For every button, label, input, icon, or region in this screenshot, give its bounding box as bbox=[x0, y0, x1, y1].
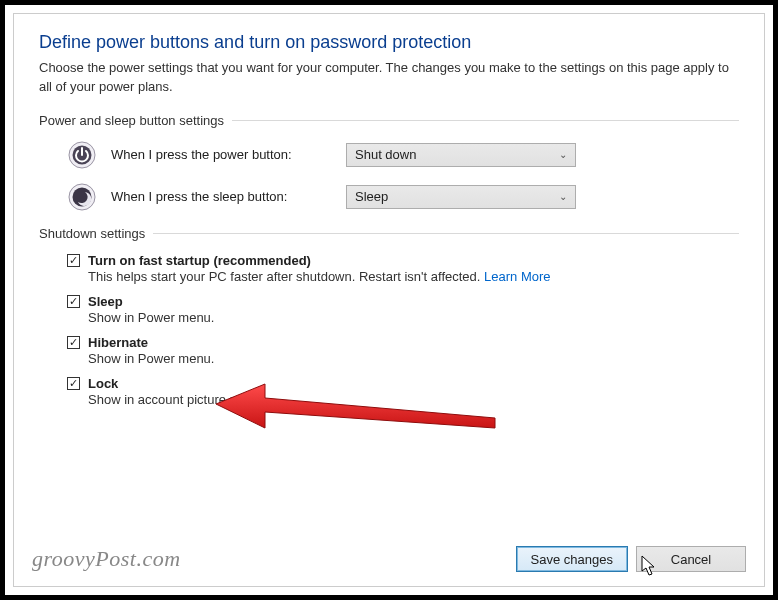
sleep-item: ✓ Sleep Show in Power menu. bbox=[67, 294, 739, 325]
power-button-row: When I press the power button: Shut down… bbox=[67, 140, 739, 170]
section-divider bbox=[232, 120, 739, 121]
page-intro: Choose the power settings that you want … bbox=[39, 59, 739, 97]
fast-startup-checkbox[interactable]: ✓ bbox=[67, 254, 80, 267]
hibernate-checkbox[interactable]: ✓ bbox=[67, 336, 80, 349]
fast-startup-title: Turn on fast startup (recommended) bbox=[88, 253, 311, 268]
sleep-icon bbox=[67, 182, 97, 212]
lock-desc: Show in account picture menu. bbox=[88, 392, 739, 407]
section-shutdown-label: Shutdown settings bbox=[39, 226, 145, 241]
fast-startup-desc: This helps start your PC faster after sh… bbox=[88, 269, 739, 284]
hibernate-item: ✓ Hibernate Show in Power menu. bbox=[67, 335, 739, 366]
lock-item: ✓ Lock Show in account picture menu. bbox=[67, 376, 739, 407]
sleep-button-dropdown[interactable]: Sleep ⌄ bbox=[346, 185, 576, 209]
sleep-title: Sleep bbox=[88, 294, 123, 309]
chevron-down-icon: ⌄ bbox=[559, 191, 567, 202]
lock-title: Lock bbox=[88, 376, 118, 391]
learn-more-link[interactable]: Learn More bbox=[484, 269, 550, 284]
section-power-sleep: Power and sleep button settings bbox=[39, 113, 739, 128]
section-power-sleep-label: Power and sleep button settings bbox=[39, 113, 224, 128]
hibernate-title: Hibernate bbox=[88, 335, 148, 350]
cancel-button[interactable]: Cancel bbox=[636, 546, 746, 572]
power-button-label: When I press the power button: bbox=[111, 147, 346, 162]
sleep-button-row: When I press the sleep button: Sleep ⌄ bbox=[67, 182, 739, 212]
save-changes-button[interactable]: Save changes bbox=[516, 546, 628, 572]
power-button-value: Shut down bbox=[355, 147, 416, 162]
chevron-down-icon: ⌄ bbox=[559, 149, 567, 160]
section-shutdown: Shutdown settings bbox=[39, 226, 739, 241]
hibernate-desc: Show in Power menu. bbox=[88, 351, 739, 366]
sleep-button-label: When I press the sleep button: bbox=[111, 189, 346, 204]
page-title: Define power buttons and turn on passwor… bbox=[39, 32, 739, 53]
dialog-actions: Save changes Cancel bbox=[516, 546, 746, 572]
watermark: groovyPost.com bbox=[32, 546, 181, 572]
section-divider bbox=[153, 233, 739, 234]
sleep-desc: Show in Power menu. bbox=[88, 310, 739, 325]
power-button-dropdown[interactable]: Shut down ⌄ bbox=[346, 143, 576, 167]
shutdown-settings-list: ✓ Turn on fast startup (recommended) Thi… bbox=[67, 253, 739, 407]
sleep-checkbox[interactable]: ✓ bbox=[67, 295, 80, 308]
fast-startup-item: ✓ Turn on fast startup (recommended) Thi… bbox=[67, 253, 739, 284]
power-icon bbox=[67, 140, 97, 170]
power-settings-panel: Define power buttons and turn on passwor… bbox=[13, 13, 765, 587]
lock-checkbox[interactable]: ✓ bbox=[67, 377, 80, 390]
sleep-button-value: Sleep bbox=[355, 189, 388, 204]
